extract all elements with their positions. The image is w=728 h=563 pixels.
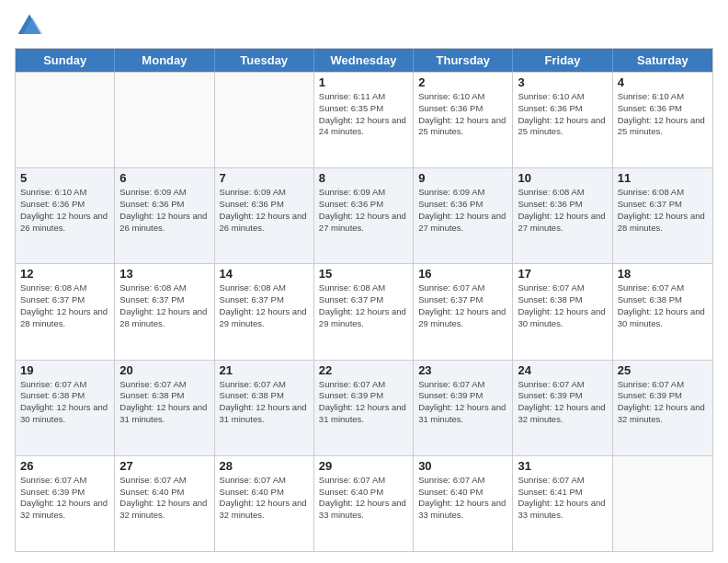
day-number: 3: [518, 75, 607, 89]
day-info: Sunrise: 6:07 AM Sunset: 6:38 PM Dayligh…: [20, 379, 109, 426]
calendar-row-4: 26Sunrise: 6:07 AM Sunset: 6:39 PM Dayli…: [16, 455, 712, 551]
calendar-cell: [613, 456, 712, 551]
calendar-cell: 27Sunrise: 6:07 AM Sunset: 6:40 PM Dayli…: [115, 456, 214, 551]
day-number: 1: [319, 75, 408, 89]
calendar-cell: 17Sunrise: 6:07 AM Sunset: 6:38 PM Dayli…: [513, 264, 612, 359]
day-info: Sunrise: 6:08 AM Sunset: 6:37 PM Dayligh…: [319, 282, 408, 329]
day-info: Sunrise: 6:07 AM Sunset: 6:39 PM Dayligh…: [319, 379, 408, 426]
calendar-header: SundayMondayTuesdayWednesdayThursdayFrid…: [16, 49, 712, 72]
calendar-cell: 20Sunrise: 6:07 AM Sunset: 6:38 PM Dayli…: [115, 361, 214, 455]
day-number: 18: [618, 267, 708, 281]
calendar-body: 1Sunrise: 6:11 AM Sunset: 6:35 PM Daylig…: [16, 72, 712, 551]
logo-icon: [15, 11, 44, 40]
day-number: 5: [20, 171, 109, 185]
calendar-cell: 2Sunrise: 6:10 AM Sunset: 6:36 PM Daylig…: [414, 73, 513, 167]
day-info: Sunrise: 6:08 AM Sunset: 6:37 PM Dayligh…: [618, 187, 708, 234]
calendar-cell: 3Sunrise: 6:10 AM Sunset: 6:36 PM Daylig…: [513, 73, 612, 167]
calendar-cell: 24Sunrise: 6:07 AM Sunset: 6:39 PM Dayli…: [513, 361, 612, 455]
calendar-cell: [215, 73, 314, 167]
day-number: 25: [618, 363, 708, 377]
day-info: Sunrise: 6:09 AM Sunset: 6:36 PM Dayligh…: [119, 187, 209, 234]
calendar-cell: 10Sunrise: 6:08 AM Sunset: 6:36 PM Dayli…: [513, 168, 612, 263]
day-info: Sunrise: 6:07 AM Sunset: 6:41 PM Dayligh…: [518, 475, 607, 522]
day-info: Sunrise: 6:08 AM Sunset: 6:37 PM Dayligh…: [220, 282, 309, 329]
day-number: 15: [319, 267, 408, 281]
calendar-cell: 11Sunrise: 6:08 AM Sunset: 6:37 PM Dayli…: [613, 168, 712, 263]
calendar-cell: 9Sunrise: 6:09 AM Sunset: 6:36 PM Daylig…: [414, 168, 513, 263]
day-number: 23: [418, 363, 507, 377]
calendar-row-0: 1Sunrise: 6:11 AM Sunset: 6:35 PM Daylig…: [16, 72, 712, 167]
calendar: SundayMondayTuesdayWednesdayThursdayFrid…: [15, 48, 713, 552]
header-day-sunday: Sunday: [16, 49, 115, 72]
day-info: Sunrise: 6:07 AM Sunset: 6:39 PM Dayligh…: [418, 379, 507, 426]
calendar-row-3: 19Sunrise: 6:07 AM Sunset: 6:38 PM Dayli…: [16, 360, 712, 455]
calendar-cell: 26Sunrise: 6:07 AM Sunset: 6:39 PM Dayli…: [16, 456, 115, 551]
calendar-cell: [115, 73, 214, 167]
day-info: Sunrise: 6:07 AM Sunset: 6:40 PM Dayligh…: [119, 475, 209, 522]
calendar-row-2: 12Sunrise: 6:08 AM Sunset: 6:37 PM Dayli…: [16, 263, 712, 359]
calendar-row-1: 5Sunrise: 6:10 AM Sunset: 6:36 PM Daylig…: [16, 167, 712, 263]
day-number: 4: [618, 75, 708, 89]
day-number: 13: [119, 267, 209, 281]
day-info: Sunrise: 6:07 AM Sunset: 6:39 PM Dayligh…: [618, 379, 708, 426]
day-number: 20: [119, 363, 209, 377]
day-number: 9: [418, 171, 507, 185]
day-number: 10: [518, 171, 607, 185]
day-number: 8: [319, 171, 408, 185]
day-number: 30: [418, 459, 507, 473]
day-info: Sunrise: 6:07 AM Sunset: 6:39 PM Dayligh…: [20, 475, 109, 522]
day-info: Sunrise: 6:07 AM Sunset: 6:40 PM Dayligh…: [220, 475, 309, 522]
calendar-cell: 8Sunrise: 6:09 AM Sunset: 6:36 PM Daylig…: [314, 168, 414, 263]
header-day-thursday: Thursday: [414, 49, 513, 72]
calendar-cell: 18Sunrise: 6:07 AM Sunset: 6:38 PM Dayli…: [613, 264, 712, 359]
day-number: 12: [20, 267, 109, 281]
page: SundayMondayTuesdayWednesdayThursdayFrid…: [0, 0, 728, 563]
day-number: 21: [220, 363, 309, 377]
calendar-cell: 14Sunrise: 6:08 AM Sunset: 6:37 PM Dayli…: [215, 264, 314, 359]
calendar-cell: 28Sunrise: 6:07 AM Sunset: 6:40 PM Dayli…: [215, 456, 314, 551]
day-number: 26: [20, 459, 109, 473]
calendar-cell: 25Sunrise: 6:07 AM Sunset: 6:39 PM Dayli…: [613, 361, 712, 455]
calendar-cell: 22Sunrise: 6:07 AM Sunset: 6:39 PM Dayli…: [314, 361, 414, 455]
day-number: 19: [20, 363, 109, 377]
day-number: 2: [418, 75, 507, 89]
calendar-cell: 19Sunrise: 6:07 AM Sunset: 6:38 PM Dayli…: [16, 361, 115, 455]
day-number: 7: [220, 171, 309, 185]
day-info: Sunrise: 6:10 AM Sunset: 6:36 PM Dayligh…: [20, 187, 109, 234]
day-info: Sunrise: 6:09 AM Sunset: 6:36 PM Dayligh…: [220, 187, 309, 234]
day-info: Sunrise: 6:07 AM Sunset: 6:38 PM Dayligh…: [518, 282, 607, 329]
day-info: Sunrise: 6:10 AM Sunset: 6:36 PM Dayligh…: [418, 91, 507, 138]
day-info: Sunrise: 6:08 AM Sunset: 6:37 PM Dayligh…: [119, 282, 209, 329]
day-number: 11: [618, 171, 708, 185]
day-number: 16: [418, 267, 507, 281]
header-day-saturday: Saturday: [613, 49, 712, 72]
header-day-wednesday: Wednesday: [314, 49, 414, 72]
calendar-cell: 23Sunrise: 6:07 AM Sunset: 6:39 PM Dayli…: [414, 361, 513, 455]
day-info: Sunrise: 6:08 AM Sunset: 6:37 PM Dayligh…: [20, 282, 109, 329]
day-info: Sunrise: 6:07 AM Sunset: 6:39 PM Dayligh…: [518, 379, 607, 426]
calendar-cell: 15Sunrise: 6:08 AM Sunset: 6:37 PM Dayli…: [314, 264, 414, 359]
calendar-cell: 7Sunrise: 6:09 AM Sunset: 6:36 PM Daylig…: [215, 168, 314, 263]
calendar-cell: 6Sunrise: 6:09 AM Sunset: 6:36 PM Daylig…: [115, 168, 214, 263]
day-info: Sunrise: 6:08 AM Sunset: 6:36 PM Dayligh…: [518, 187, 607, 234]
calendar-cell: 30Sunrise: 6:07 AM Sunset: 6:40 PM Dayli…: [414, 456, 513, 551]
calendar-cell: 13Sunrise: 6:08 AM Sunset: 6:37 PM Dayli…: [115, 264, 214, 359]
calendar-cell: 21Sunrise: 6:07 AM Sunset: 6:38 PM Dayli…: [215, 361, 314, 455]
header-day-friday: Friday: [513, 49, 612, 72]
day-number: 31: [518, 459, 607, 473]
day-number: 29: [319, 459, 408, 473]
day-info: Sunrise: 6:09 AM Sunset: 6:36 PM Dayligh…: [418, 187, 507, 234]
header-day-monday: Monday: [115, 49, 214, 72]
calendar-cell: 5Sunrise: 6:10 AM Sunset: 6:36 PM Daylig…: [16, 168, 115, 263]
calendar-cell: 4Sunrise: 6:10 AM Sunset: 6:36 PM Daylig…: [613, 73, 712, 167]
day-number: 6: [119, 171, 209, 185]
calendar-cell: 29Sunrise: 6:07 AM Sunset: 6:40 PM Dayli…: [314, 456, 414, 551]
day-info: Sunrise: 6:07 AM Sunset: 6:38 PM Dayligh…: [618, 282, 708, 329]
day-info: Sunrise: 6:07 AM Sunset: 6:37 PM Dayligh…: [418, 282, 507, 329]
day-info: Sunrise: 6:07 AM Sunset: 6:40 PM Dayligh…: [418, 475, 507, 522]
day-info: Sunrise: 6:07 AM Sunset: 6:38 PM Dayligh…: [119, 379, 209, 426]
day-number: 17: [518, 267, 607, 281]
calendar-cell: 31Sunrise: 6:07 AM Sunset: 6:41 PM Dayli…: [513, 456, 612, 551]
day-number: 14: [220, 267, 309, 281]
calendar-cell: 12Sunrise: 6:08 AM Sunset: 6:37 PM Dayli…: [16, 264, 115, 359]
